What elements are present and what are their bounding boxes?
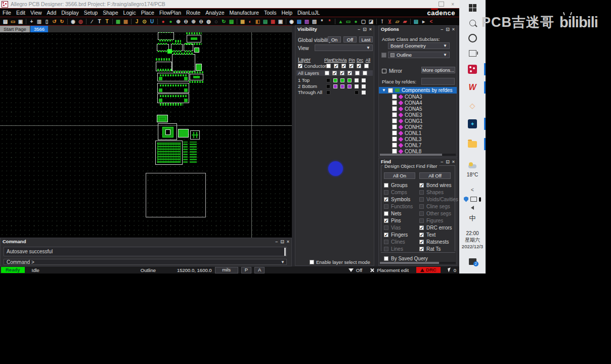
taskbar-wps[interactable]: W: [459, 80, 486, 95]
menu-tools[interactable]: Tools: [261, 10, 279, 16]
tray-icons[interactable]: [459, 195, 486, 203]
tree-item-cona3[interactable]: CONA3: [379, 94, 457, 100]
all-off-button[interactable]: All Off: [419, 172, 451, 179]
start-button[interactable]: [459, 1, 486, 14]
pin-delete-icon[interactable]: ⊻: [386, 18, 393, 25]
color-dialog-icon[interactable]: ◐: [247, 18, 253, 25]
view-dropdown[interactable]: ▼: [315, 44, 373, 51]
filter-icon[interactable]: [348, 268, 354, 272]
component-stripes[interactable]: [190, 142, 197, 163]
global-last-button[interactable]: Last: [359, 36, 373, 42]
log-scrollbar[interactable]: [284, 248, 286, 256]
vis-cell-white[interactable]: [355, 78, 359, 82]
refdes-input[interactable]: [421, 78, 455, 85]
tree-item-cong1[interactable]: CONG1: [379, 118, 457, 124]
component-padsrow[interactable]: [157, 69, 171, 71]
shape-circle-green-icon[interactable]: ●: [167, 18, 174, 25]
global-on-button[interactable]: On: [328, 36, 341, 42]
tab-start-page[interactable]: Start Page: [0, 26, 30, 32]
unfix-icon[interactable]: ◎: [77, 18, 84, 25]
tree-item-checkbox[interactable]: [392, 143, 397, 148]
flow-next-icon[interactable]: ▸: [420, 18, 427, 25]
layers-icon[interactable]: ▤: [262, 18, 269, 25]
global-off-button[interactable]: Off: [343, 36, 357, 42]
component-pad[interactable]: [196, 64, 202, 71]
component-pad[interactable]: [178, 129, 189, 138]
menu-display[interactable]: Display: [59, 10, 81, 16]
minimize-icon[interactable]: –: [441, 159, 443, 164]
move-icon[interactable]: +: [28, 18, 35, 25]
menu-manufacture[interactable]: Manufacture: [227, 10, 261, 16]
zoom-world-icon[interactable]: ◍: [205, 18, 212, 25]
minimize-icon[interactable]: –: [358, 27, 360, 32]
vis-cell-black[interactable]: [326, 84, 330, 88]
vis-cell-white[interactable]: [355, 84, 359, 88]
vis-cell-white[interactable]: [362, 84, 366, 88]
tree-item-checkbox[interactable]: [392, 112, 397, 117]
vis-cell-checkbox[interactable]: ✓: [332, 71, 337, 75]
a-button[interactable]: A: [254, 267, 265, 274]
component-nested[interactable]: [158, 123, 177, 140]
enable-layer-select-checkbox[interactable]: [310, 260, 314, 264]
task-view-button[interactable]: [459, 47, 486, 60]
network-icon[interactable]: [470, 197, 477, 202]
tree-item-checkbox[interactable]: [392, 130, 397, 135]
add-symbol-icon[interactable]: ▦: [115, 18, 121, 25]
route-connect-icon[interactable]: U: [149, 18, 155, 25]
conductors-checkbox[interactable]: ✓: [298, 64, 302, 68]
menu-setup[interactable]: Setup: [81, 10, 100, 16]
ime-indicator[interactable]: 中: [459, 214, 486, 222]
vis-cell-checkbox[interactable]: [364, 64, 369, 68]
component-xbox[interactable]: [190, 130, 200, 140]
component-stripes[interactable]: [183, 142, 188, 163]
close-button[interactable]: ×: [451, 2, 454, 7]
vis-cell-green[interactable]: [340, 78, 344, 82]
vis-cell-checkbox[interactable]: ✓: [349, 64, 354, 68]
volume-icon[interactable]: [459, 204, 486, 211]
options-hscrollbar[interactable]: [380, 154, 456, 156]
pcb-canvas[interactable]: [0, 32, 292, 238]
p-button[interactable]: P: [241, 267, 251, 274]
menu-help[interactable]: Help: [279, 10, 295, 16]
grid-toggle-icon[interactable]: ▦: [239, 18, 246, 25]
menu-logic[interactable]: Logic: [121, 10, 139, 16]
usb-device-icon[interactable]: [479, 197, 481, 202]
pin-tool-icon[interactable]: ⊺: [379, 18, 385, 25]
redo-icon[interactable]: ↻: [59, 18, 65, 25]
menu-dianlujl[interactable]: DianLuJL: [295, 10, 322, 16]
find-checkbox-pins[interactable]: ✓: [384, 218, 388, 223]
shield-icon[interactable]: [464, 197, 468, 202]
vis-cell-checkbox[interactable]: ✓: [334, 64, 338, 68]
select-window-icon[interactable]: ▢: [360, 18, 367, 25]
zoom-out-icon[interactable]: ⊖: [198, 18, 204, 25]
vis-cell-checkbox[interactable]: [355, 71, 360, 75]
tree-item-checkbox[interactable]: [392, 94, 397, 99]
find-checkbox-bond-wires[interactable]: ✓: [419, 183, 424, 188]
tab-3566[interactable]: 3566: [30, 26, 48, 32]
tree-item-checkbox[interactable]: [392, 124, 397, 129]
weather-temp[interactable]: 18°C: [459, 171, 486, 178]
shape-rect-icon[interactable]: ▭: [345, 18, 352, 25]
vis-cell-white[interactable]: [362, 78, 366, 82]
vis-cell-white[interactable]: [362, 90, 366, 95]
slide-icon[interactable]: J: [134, 18, 140, 25]
cam-2-icon[interactable]: ▰: [402, 18, 408, 25]
vis-cell-checkbox[interactable]: ✓: [347, 71, 352, 75]
close-icon[interactable]: ×: [452, 27, 455, 32]
delete-icon[interactable]: ▯: [43, 18, 50, 25]
brush-icon[interactable]: ▧: [311, 18, 318, 25]
tree-item-checkbox[interactable]: [392, 149, 397, 154]
component-box[interactable]: [171, 44, 183, 51]
history-dropdown-icon[interactable]: ▼: [281, 259, 285, 264]
component-dip[interactable]: [172, 54, 195, 71]
find-checkbox-rat-ts[interactable]: ✓: [419, 247, 424, 251]
weather-icon[interactable]: [459, 161, 486, 172]
menu-flowplan[interactable]: FlowPlan: [157, 10, 184, 16]
tree-item-checkbox[interactable]: [392, 100, 397, 105]
zoom-fit-icon[interactable]: ⊖: [183, 18, 189, 25]
vis-cell-checkbox[interactable]: ✓: [341, 64, 346, 68]
taskbar-explorer[interactable]: [459, 136, 486, 152]
undo-icon[interactable]: ↺: [51, 18, 58, 25]
component-padsrow[interactable]: [156, 58, 171, 61]
zoom-previous-icon[interactable]: ◌: [213, 18, 220, 25]
